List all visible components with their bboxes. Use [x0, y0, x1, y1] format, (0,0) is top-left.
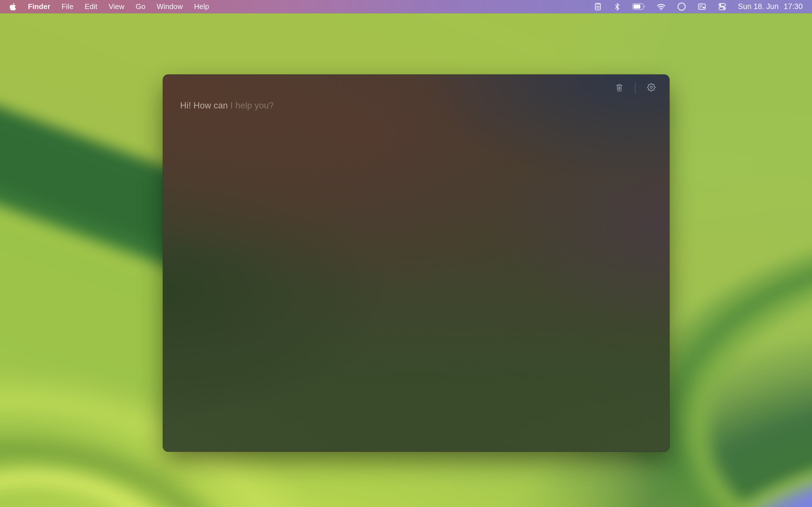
- desktop: Finder File Edit View Go Window Help: [0, 0, 812, 507]
- bluetooth-icon: [613, 3, 621, 11]
- trash-icon: [616, 83, 623, 93]
- battery-icon: [632, 3, 646, 10]
- settings-icon: [647, 83, 656, 93]
- greeting-part-2: I help you?: [228, 101, 274, 110]
- status-icon-notes[interactable]: [594, 0, 602, 13]
- input-source-icon: [697, 2, 707, 11]
- status-icon-toggles[interactable]: [717, 0, 727, 13]
- wifi-icon: [656, 2, 666, 11]
- notes-icon: [594, 2, 602, 11]
- apple-menu[interactable]: [0, 0, 22, 13]
- toolbar-divider: [635, 82, 636, 94]
- toggles-icon: [717, 2, 727, 11]
- status-icon-circle[interactable]: [677, 0, 687, 13]
- apple-icon: [10, 3, 16, 11]
- status-icon-battery[interactable]: [632, 0, 646, 13]
- assistant-window: Hi! How can I help you?: [163, 74, 670, 452]
- menu-bar-clock[interactable]: Sun 18. Jun 17:30: [738, 2, 803, 11]
- status-icon-input-source[interactable]: [697, 0, 707, 13]
- status-icon-wifi[interactable]: [656, 0, 666, 13]
- menu-item-finder[interactable]: Finder: [22, 0, 56, 13]
- menu-item-view[interactable]: View: [103, 0, 130, 13]
- clock-date: Sun 18. Jun: [738, 2, 778, 11]
- menu-item-go[interactable]: Go: [130, 0, 151, 13]
- status-icon-bluetooth[interactable]: [613, 0, 621, 13]
- menu-item-edit[interactable]: Edit: [79, 0, 103, 13]
- menu-bar: Finder File Edit View Go Window Help: [0, 0, 812, 13]
- clock-time: 17:30: [783, 2, 803, 11]
- window-toolbar: [613, 79, 658, 97]
- menu-bar-status-area: Sun 18. Jun 17:30: [594, 0, 812, 13]
- menu-item-window[interactable]: Window: [151, 0, 188, 13]
- menu-item-help[interactable]: Help: [188, 0, 214, 13]
- menu-bar-left: Finder File Edit View Go Window Help: [0, 0, 215, 13]
- circle-status-icon: [677, 2, 687, 11]
- greeting-part-1: Hi! How can: [180, 101, 228, 110]
- clear-chat-button[interactable]: [613, 80, 625, 95]
- menu-item-file[interactable]: File: [56, 0, 79, 13]
- greeting-text: Hi! How can I help you?: [180, 101, 274, 111]
- settings-button[interactable]: [645, 80, 658, 95]
